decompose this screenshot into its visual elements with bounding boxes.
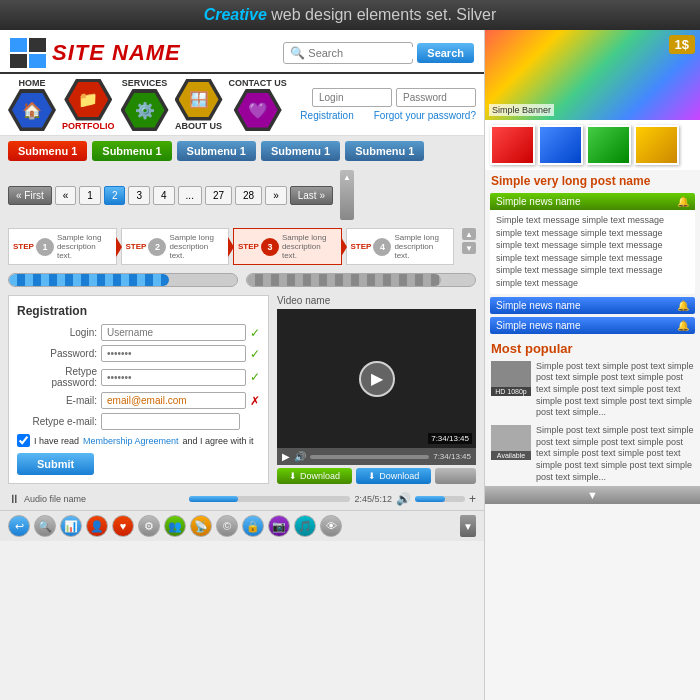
play-ctrl-icon[interactable]: ▶ xyxy=(282,451,290,462)
nav-area: HOME 🏠 📁 PORTFOLIO SERVICES ⚙️ xyxy=(0,74,484,136)
page-first[interactable]: « First xyxy=(8,186,52,205)
search-input-wrap[interactable]: 🔍 xyxy=(283,42,413,64)
icon-gear[interactable]: ⚙ xyxy=(138,515,160,537)
nav-contactus-label: CONTACT US xyxy=(229,78,287,88)
login-field[interactable] xyxy=(101,324,246,341)
audio-plus-icon[interactable]: + xyxy=(469,492,476,506)
submenu-btn-4[interactable]: Submenu 1 xyxy=(261,141,340,161)
page-27[interactable]: 27 xyxy=(205,186,232,205)
sidebar-scroll-down[interactable]: ▼ xyxy=(485,486,700,504)
download-btn-3[interactable] xyxy=(435,468,476,484)
search-icon: 🔍 xyxy=(290,46,305,60)
news-small-2[interactable]: Simple news name 🔔 xyxy=(490,317,695,334)
form-row-retype-email: Retype e-mail: xyxy=(17,413,260,430)
nav-home[interactable]: HOME 🏠 xyxy=(8,78,56,131)
step-1-desc: Sample long description text. xyxy=(57,233,112,260)
page-2[interactable]: 2 xyxy=(104,186,126,205)
submit-button[interactable]: Submit xyxy=(17,453,94,475)
audio-play-icon[interactable]: ⏸ xyxy=(8,492,20,506)
nav-aboutus-label: ABOUT US xyxy=(175,121,222,131)
news-header-1[interactable]: Simple news name 🔔 xyxy=(490,193,695,210)
step-1-label: STEP xyxy=(13,242,34,251)
video-player[interactable]: ▶ 7:34/13:45 xyxy=(277,309,476,448)
news-item-1: Simple news name 🔔 Simple text message s… xyxy=(490,193,695,294)
volume-ctrl-icon[interactable]: 🔊 xyxy=(294,451,306,462)
progress-section xyxy=(0,269,484,291)
form-row-retype-password: Retype password: ✓ xyxy=(17,366,260,388)
photo-3 xyxy=(586,125,631,165)
page-28[interactable]: 28 xyxy=(235,186,262,205)
step-scroll-down[interactable]: ▼ xyxy=(462,242,476,254)
download-btn-2[interactable]: ⬇ Download xyxy=(356,468,431,484)
icon-eye[interactable]: 👁 xyxy=(320,515,342,537)
download-btn-1[interactable]: ⬇ Download xyxy=(277,468,352,484)
audio-progress-bar[interactable] xyxy=(189,496,350,502)
icon-camera[interactable]: 📷 xyxy=(268,515,290,537)
step-4: STEP 4 Sample long description text. xyxy=(346,228,455,265)
step-3-label: STEP xyxy=(238,242,259,251)
nav-portfolio[interactable]: 📁 PORTFOLIO xyxy=(62,79,115,131)
volume-bar[interactable] xyxy=(415,496,465,502)
reg-title: Registration xyxy=(17,304,260,318)
nav-services[interactable]: SERVICES ⚙️ xyxy=(121,78,169,131)
icon-lock[interactable]: 🔒 xyxy=(242,515,264,537)
submenu-btn-5[interactable]: Submenu 1 xyxy=(345,141,424,161)
play-button[interactable]: ▶ xyxy=(359,361,395,397)
password-input[interactable] xyxy=(396,88,476,107)
scroll-down-indicator[interactable]: ▼ xyxy=(460,515,476,537)
sidebar-post-title[interactable]: Simple very long post name xyxy=(485,170,700,190)
auth-links: Registration Forgot your password? xyxy=(300,110,476,121)
banner-price: 1$ xyxy=(669,35,695,54)
icon-rss[interactable]: 📡 xyxy=(190,515,212,537)
page-4[interactable]: 4 xyxy=(153,186,175,205)
icon-chart[interactable]: 📊 xyxy=(60,515,82,537)
progress-bar-2 xyxy=(246,273,476,287)
step-3-arrow xyxy=(341,237,347,257)
forgot-password-link[interactable]: Forgot your password? xyxy=(374,110,476,121)
login-input[interactable] xyxy=(312,88,392,107)
search-input[interactable] xyxy=(308,47,418,59)
page-prev[interactable]: « xyxy=(55,186,77,205)
step-1-arrow xyxy=(116,237,122,257)
form-label-retype-email: Retype e-mail: xyxy=(17,416,97,427)
step-2-desc: Sample long description text. xyxy=(169,233,224,260)
popular-text-1: Simple post text simple post text simple… xyxy=(536,361,694,419)
terms-checkbox[interactable] xyxy=(17,434,30,447)
email-field[interactable] xyxy=(101,392,246,409)
submenu-btn-3[interactable]: Submenu 1 xyxy=(177,141,256,161)
search-button[interactable]: Search xyxy=(417,43,474,63)
icon-search[interactable]: 🔍 xyxy=(34,515,56,537)
icon-music[interactable]: 🎵 xyxy=(294,515,316,537)
popular-thumb-label-1: HD 1080p xyxy=(491,387,531,396)
retype-password-field[interactable] xyxy=(101,369,246,386)
retype-email-field[interactable] xyxy=(101,413,240,430)
terms-text: I have read xyxy=(34,436,79,446)
step-4-num: 4 xyxy=(373,238,391,256)
registration-link[interactable]: Registration xyxy=(300,110,353,121)
email-cross-icon: ✗ xyxy=(250,394,260,408)
page-1[interactable]: 1 xyxy=(79,186,101,205)
news-small-1[interactable]: Simple news name 🔔 xyxy=(490,297,695,314)
page-3[interactable]: 3 xyxy=(128,186,150,205)
download-label-1: Download xyxy=(300,471,340,481)
step-scroll-up[interactable]: ▲ xyxy=(462,228,476,240)
icon-group[interactable]: 👥 xyxy=(164,515,186,537)
terms-link[interactable]: Membership Agreement xyxy=(83,436,179,446)
nav-portfolio-label: PORTFOLIO xyxy=(62,121,115,131)
icon-heart[interactable]: ♥ xyxy=(112,515,134,537)
page-next[interactable]: » xyxy=(265,186,287,205)
icon-copyright[interactable]: © xyxy=(216,515,238,537)
scroll-up[interactable]: ▲ xyxy=(340,170,354,220)
submenu-btn-2[interactable]: Submenu 1 xyxy=(92,141,171,161)
icon-undo[interactable]: ↩ xyxy=(8,515,30,537)
submenu-btn-1[interactable]: Submenu 1 xyxy=(8,141,87,161)
page-last[interactable]: Last » xyxy=(290,186,333,205)
nav-services-label: SERVICES xyxy=(122,78,167,88)
icon-user[interactable]: 👤 xyxy=(86,515,108,537)
video-progress-bar[interactable] xyxy=(310,455,429,459)
popular-thumb-2: Available xyxy=(491,425,531,460)
nav-aboutus[interactable]: 🪟 ABOUT US xyxy=(175,79,223,131)
most-popular-title: Most popular xyxy=(485,337,700,358)
password-field[interactable] xyxy=(101,345,246,362)
nav-contactus[interactable]: CONTACT US 💜 xyxy=(229,78,287,131)
